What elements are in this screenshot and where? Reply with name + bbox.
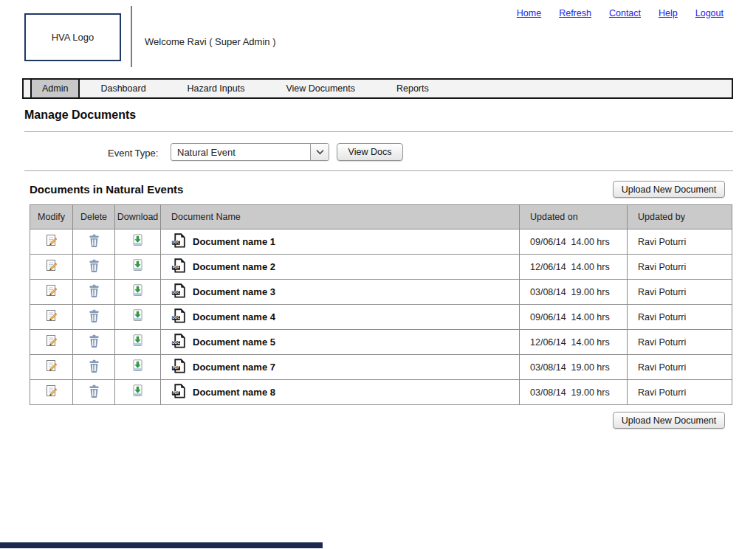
header-link[interactable]: Help	[659, 8, 678, 18]
table-row: DOC Document name 1 09/06/14 14.00 hrs R…	[30, 229, 732, 255]
document-name-cell[interactable]: PDF Document name 8	[161, 380, 520, 405]
download-icon[interactable]	[131, 334, 144, 350]
updated-on-cell: 09/06/14 14.00 hrs	[520, 229, 628, 255]
delete-cell[interactable]	[73, 229, 115, 255]
main-nav: Admin Dashboard Hazard Inputs View Docum…	[22, 78, 733, 99]
divider-line	[24, 170, 733, 171]
updated-on-cell: 03/08/14 19.00 hrs	[520, 280, 628, 305]
trash-icon[interactable]	[88, 384, 100, 400]
modify-cell[interactable]	[30, 255, 73, 280]
modify-cell[interactable]	[30, 229, 73, 255]
updated-on-cell: 12/06/14 14.00 hrs	[520, 255, 628, 280]
download-icon[interactable]	[131, 259, 144, 274]
updated-on-cell: 03/08/14 19.00 hrs	[520, 355, 628, 380]
edit-icon[interactable]	[45, 309, 58, 325]
document-name-cell[interactable]: DOC Document name 4	[161, 305, 520, 330]
nav-tab[interactable]: Admin	[30, 80, 80, 97]
file-type-label: DOC	[172, 241, 180, 244]
trash-icon[interactable]	[88, 359, 100, 375]
document-name[interactable]: Document name 8	[193, 387, 275, 398]
download-icon[interactable]	[131, 234, 144, 249]
file-type-label: DOC	[172, 341, 180, 345]
download-icon[interactable]	[131, 309, 144, 325]
delete-cell[interactable]	[73, 305, 115, 330]
nav-tab[interactable]: View Documents	[265, 80, 376, 97]
edit-icon[interactable]	[45, 259, 58, 274]
updated-by-cell: Ravi Poturri	[628, 255, 732, 280]
updated-on-cell: 03/08/14 19.00 hrs	[520, 380, 628, 405]
download-icon[interactable]	[131, 284, 144, 300]
table-header: Modify Delete Download Document Name Upd…	[30, 205, 732, 229]
event-type-select[interactable]: Natural Event	[171, 143, 329, 161]
updated-by-cell: Ravi Poturri	[628, 229, 732, 255]
download-cell[interactable]	[115, 380, 161, 405]
document-name[interactable]: Document name 4	[193, 311, 275, 322]
modify-cell[interactable]	[30, 355, 73, 380]
file-type-label: DOC	[172, 316, 180, 320]
modify-cell[interactable]	[30, 280, 73, 305]
delete-cell[interactable]	[73, 255, 115, 280]
document-name[interactable]: Document name 7	[193, 362, 275, 373]
upload-new-document-button-bottom[interactable]: Upload New Document	[613, 412, 725, 429]
file-type-label: PDF	[173, 366, 179, 370]
edit-icon[interactable]	[45, 284, 58, 300]
trash-icon[interactable]	[88, 284, 100, 300]
nav-tab[interactable]: Reports	[376, 80, 450, 97]
table-row: PDF Document name 2 12/06/14 14.00 hrs R…	[30, 255, 732, 280]
document-name[interactable]: Document name 1	[193, 236, 275, 247]
updated-on-cell: 12/06/14 14.00 hrs	[520, 330, 628, 355]
delete-cell[interactable]	[73, 355, 115, 380]
delete-cell[interactable]	[73, 330, 115, 355]
chevron-down-icon[interactable]	[310, 144, 329, 160]
download-cell[interactable]	[115, 305, 161, 330]
edit-icon[interactable]	[45, 359, 58, 375]
document-name-cell[interactable]: PDF Document name 7	[161, 355, 520, 380]
download-cell[interactable]	[115, 229, 161, 255]
header-link[interactable]: Logout	[695, 8, 724, 18]
trash-icon[interactable]	[88, 334, 100, 350]
nav-tab[interactable]: Hazard Inputs	[167, 80, 266, 97]
edit-icon[interactable]	[45, 384, 58, 400]
download-cell[interactable]	[115, 255, 161, 280]
updated-by-cell: Ravi Poturri	[628, 380, 732, 405]
table-row: PDF Document name 7 03/08/14 19.00 hrs R…	[30, 355, 732, 380]
doc-table-body: DOC Document name 1 09/06/14 14.00 hrs R…	[30, 229, 732, 405]
col-header-updated-on: Updated on	[520, 205, 628, 229]
divider-line	[24, 131, 733, 132]
document-name[interactable]: Document name 2	[193, 261, 275, 272]
modify-cell[interactable]	[30, 380, 73, 405]
nav-tab[interactable]: Dashboard	[80, 80, 166, 97]
download-icon[interactable]	[131, 384, 144, 400]
document-name-cell[interactable]: DOC Document name 1	[161, 229, 520, 255]
delete-cell[interactable]	[73, 280, 115, 305]
download-cell[interactable]	[115, 330, 161, 355]
modify-cell[interactable]	[30, 330, 73, 355]
col-header-modify: Modify	[30, 205, 73, 229]
edit-icon[interactable]	[45, 234, 58, 249]
trash-icon[interactable]	[88, 309, 100, 325]
document-name-cell[interactable]: DOC Document name 5	[161, 330, 520, 355]
updated-on-cell: 09/06/14 14.00 hrs	[520, 305, 628, 330]
trash-icon[interactable]	[88, 259, 100, 274]
view-docs-button[interactable]: View Docs	[337, 143, 403, 161]
header-link[interactable]: Refresh	[559, 8, 591, 18]
documents-table: Modify Delete Download Document Name Upd…	[30, 204, 732, 405]
document-name-cell[interactable]: DOC Document name 3	[161, 280, 520, 305]
upload-new-document-button-top[interactable]: Upload New Document	[613, 181, 725, 198]
document-name[interactable]: Document name 5	[193, 336, 275, 348]
file-icon: DOC	[171, 308, 186, 325]
edit-icon[interactable]	[45, 334, 58, 350]
document-name-cell[interactable]: PDF Document name 2	[161, 255, 520, 280]
modify-cell[interactable]	[30, 305, 73, 330]
file-icon: PDF	[171, 384, 186, 401]
document-name[interactable]: Document name 3	[193, 286, 275, 297]
section-title: Documents in Natural Events	[30, 183, 183, 196]
header-link[interactable]: Contact	[609, 8, 641, 18]
col-header-document-name: Document Name	[161, 205, 520, 229]
download-cell[interactable]	[115, 280, 161, 305]
download-icon[interactable]	[131, 359, 144, 375]
download-cell[interactable]	[115, 355, 161, 380]
trash-icon[interactable]	[88, 234, 100, 249]
delete-cell[interactable]	[73, 380, 115, 405]
header-link[interactable]: Home	[517, 8, 541, 18]
